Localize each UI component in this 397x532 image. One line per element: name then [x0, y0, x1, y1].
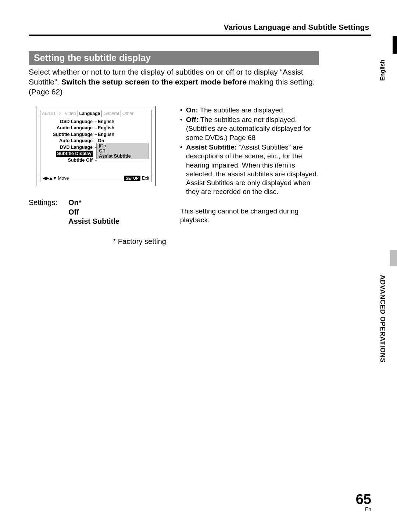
osd-row-label: Subtitle Display: [40, 151, 94, 157]
popup-item: On: [97, 143, 148, 148]
two-column-layout: Audio1 2 Video Language General Other OS…: [29, 106, 371, 246]
side-chapter-label: ADVANCED OPERATIONS: [379, 275, 387, 363]
bullet-text: “Assist Subtitles” are descriptions of t…: [186, 143, 318, 196]
explanation-list: On: The subtitles are displayed. Off: Th…: [180, 106, 323, 197]
osd-footer: ◀▶▲▼ Move SETUP Exit: [40, 174, 151, 182]
osd-row: Audio Language–English: [40, 125, 151, 132]
osd-tab-2: 2: [57, 110, 63, 117]
divider: [29, 35, 371, 36]
osd-screenshot: Audio1 2 Video Language General Other OS…: [36, 106, 156, 187]
settings-option: Assist Subtitle: [68, 217, 119, 225]
osd-tab-general: General: [102, 110, 121, 117]
osd-tab-language: Language: [78, 110, 102, 117]
osd-inner: Audio1 2 Video Language General Other OS…: [40, 110, 152, 183]
settings-list: Settings: On* Off Assist Subtitle: [29, 198, 168, 226]
page-number-block: 65 En: [356, 492, 371, 512]
osd-row: Subtitle Language–English: [40, 132, 151, 138]
osd-row-label: OSD Language: [40, 119, 94, 125]
list-item: Off: The subtitles are not displayed. (S…: [180, 115, 323, 142]
cursor-icon: [99, 144, 100, 148]
osd-row-label-box: Subtitle Display: [56, 151, 93, 157]
osd-row-label: Subtitle Off: [40, 157, 94, 164]
bullet-lead: Off:: [186, 116, 198, 123]
bullet-text: The subtitles are not displayed. (Subtit…: [186, 116, 311, 141]
dpad-icon: ◀▶▲▼: [43, 175, 57, 181]
page-number: 65: [356, 492, 371, 506]
topic-title: Setting the subtitle display: [29, 51, 319, 65]
playback-note: This setting cannot be changed during pl…: [180, 207, 323, 225]
bullet-lead: Assist Subtitle:: [186, 143, 237, 151]
osd-setup-pill: SETUP: [124, 176, 140, 181]
dash: –: [94, 125, 98, 132]
settings-option: Off: [68, 208, 79, 216]
list-item: Assist Subtitle: “Assist Subtitles” are …: [180, 143, 323, 197]
intro-paragraph: Select whether or not to turn the displa…: [29, 67, 320, 97]
popup-item: Off: [97, 148, 148, 154]
osd-popup: On Off Assist Subtitle: [96, 143, 149, 159]
list-item: On: The subtitles are displayed.: [180, 106, 323, 115]
osd-tab-video: Video: [63, 110, 78, 117]
right-column: On: The subtitles are displayed. Off: Th…: [180, 106, 323, 246]
edge-index-tab: [393, 36, 397, 54]
osd-exit-label: Exit: [142, 176, 149, 181]
osd-tab-other: Other: [121, 110, 135, 117]
bullet-text: The subtitles are displayed.: [198, 106, 285, 114]
factory-note: * Factory setting: [29, 237, 168, 246]
settings-option: On*: [68, 198, 82, 206]
osd-row-value: English: [98, 132, 151, 138]
side-language-label: English: [379, 60, 386, 81]
dash: –: [94, 132, 98, 138]
popup-item-label: On: [100, 143, 106, 148]
osd-row: OSD Language–English: [40, 119, 151, 125]
osd-row-label: Auto Language: [40, 138, 94, 144]
settings-label: Settings:: [29, 198, 68, 226]
page-lang-code: En: [356, 506, 371, 512]
manual-page: Various Language and Subtitle Settings E…: [0, 0, 397, 532]
section-header: Various Language and Subtitle Settings: [29, 23, 371, 32]
popup-item: Assist Subtitle: [97, 154, 148, 159]
osd-row-label: Subtitle Language: [40, 132, 94, 138]
left-column: Audio1 2 Video Language General Other OS…: [29, 106, 168, 246]
intro-text-bold: Switch the setup screen to the expert mo…: [61, 78, 247, 86]
bullet-lead: On:: [186, 106, 198, 114]
dash: –: [94, 119, 98, 125]
osd-body: OSD Language–English Audio Language–Engl…: [40, 117, 151, 182]
osd-row-value: English: [98, 125, 151, 132]
osd-tab-row: Audio1 2 Video Language General Other: [40, 110, 151, 117]
osd-row-value: English: [98, 119, 151, 125]
osd-row-label: Audio Language: [40, 125, 94, 132]
osd-tab-audio1: Audio1: [40, 110, 57, 117]
settings-options: On* Off Assist Subtitle: [68, 198, 119, 226]
osd-move-label: Move: [58, 176, 69, 181]
edge-chapter-tab: [390, 250, 397, 266]
osd-row-label: DVD Language: [40, 144, 94, 151]
